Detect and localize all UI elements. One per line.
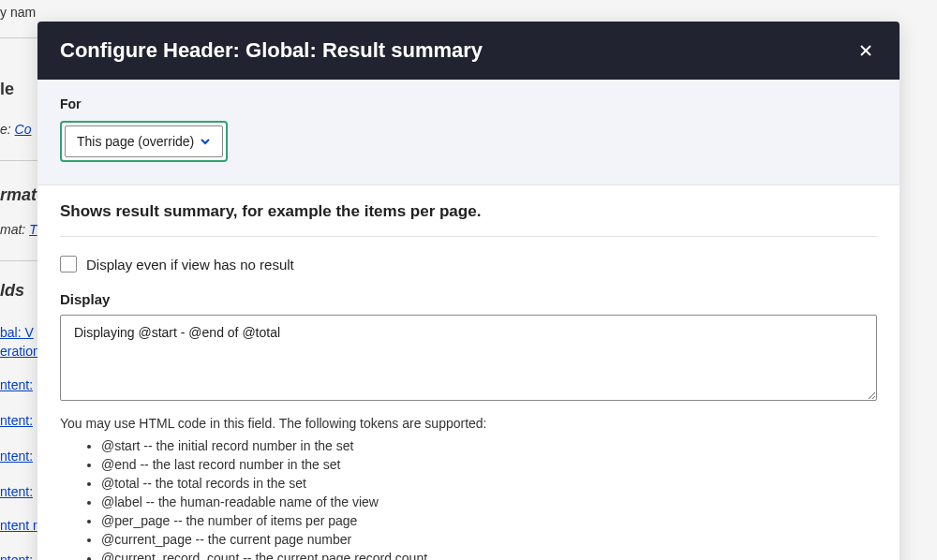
for-label: For bbox=[60, 96, 877, 111]
bg-link-fragment[interactable]: Co bbox=[15, 122, 32, 137]
display-no-result-row: Display even if view has no result bbox=[60, 256, 877, 273]
bg-link-t[interactable]: T bbox=[29, 222, 37, 237]
modal-body: Shows result summary, for example the it… bbox=[37, 185, 900, 560]
token-item: @per_page -- the number of items per pag… bbox=[101, 511, 877, 530]
token-item: @current_record_count -- the current pag… bbox=[101, 549, 877, 560]
display-textarea[interactable] bbox=[60, 315, 877, 401]
bg-divider bbox=[0, 160, 37, 161]
display-no-result-label: Display even if view has no result bbox=[86, 257, 294, 273]
token-list: @start -- the initial record number in t… bbox=[60, 436, 877, 560]
modal-header: Configure Header: Global: Result summary bbox=[37, 22, 900, 80]
bg-text-fragment: y nam bbox=[0, 5, 36, 20]
bg-link-line[interactable]: bal: V bbox=[0, 325, 34, 340]
for-dropdown-value: This page (override) bbox=[77, 134, 194, 149]
for-dropdown[interactable]: This page (override) bbox=[65, 125, 223, 157]
configure-header-modal: Configure Header: Global: Result summary… bbox=[37, 22, 900, 560]
bg-heading-fragment: le bbox=[0, 80, 14, 99]
bg-label-fragment: e: Co bbox=[0, 122, 31, 137]
bg-link-line[interactable]: ntent: bbox=[0, 449, 33, 464]
display-label: Display bbox=[60, 291, 877, 307]
for-dropdown-highlight: This page (override) bbox=[60, 121, 228, 162]
bg-divider bbox=[0, 37, 37, 38]
modal-description: Shows result summary, for example the it… bbox=[60, 202, 877, 221]
chevron-down-icon bbox=[200, 136, 211, 147]
bg-label-format: mat: T bbox=[0, 222, 37, 237]
token-item: @total -- the total records in the set bbox=[101, 474, 877, 493]
modal-for-section: For This page (override) bbox=[37, 80, 900, 185]
close-icon bbox=[858, 43, 873, 58]
bg-link-line[interactable]: ntent: bbox=[0, 377, 33, 392]
token-item: @end -- the last record number in the se… bbox=[101, 455, 877, 474]
token-item: @label -- the human-readable name of the… bbox=[101, 493, 877, 511]
divider bbox=[60, 236, 877, 237]
modal-title: Configure Header: Global: Result summary bbox=[60, 38, 483, 63]
bg-link-line[interactable]: ntent: bbox=[0, 484, 33, 499]
help-text: You may use HTML code in this field. The… bbox=[60, 416, 877, 431]
display-no-result-checkbox[interactable] bbox=[60, 256, 77, 273]
bg-link-line[interactable]: eration bbox=[0, 344, 40, 359]
bg-link-line[interactable]: ntent: bbox=[0, 553, 33, 560]
bg-link-line[interactable]: ntent: bbox=[0, 413, 33, 428]
close-button[interactable] bbox=[855, 39, 877, 62]
bg-heading-format: rmat bbox=[0, 185, 37, 205]
bg-heading-fields: lds bbox=[0, 281, 24, 301]
bg-divider bbox=[0, 260, 37, 261]
bg-link-line[interactable]: ntent r bbox=[0, 518, 37, 533]
token-item: @start -- the initial record number in t… bbox=[101, 436, 877, 455]
token-item: @current_page -- the current page number bbox=[101, 530, 877, 549]
